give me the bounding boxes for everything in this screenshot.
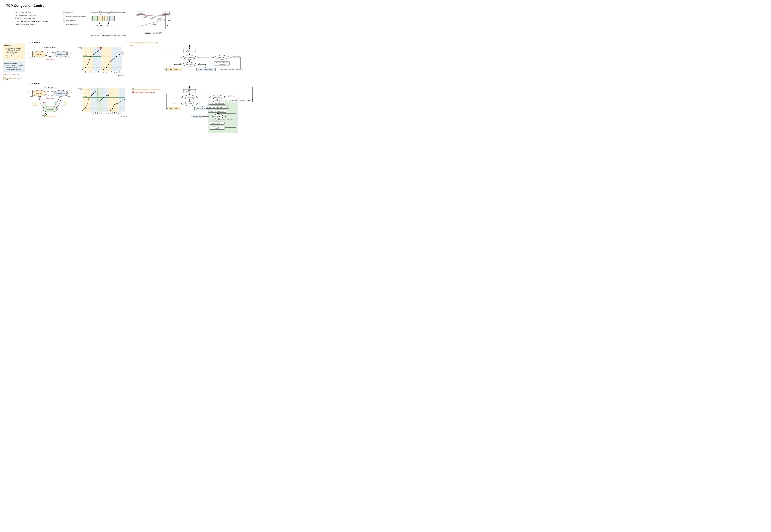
svg-text:Send new segment if: Send new segment if bbox=[212, 126, 223, 128]
svg-point-115 bbox=[116, 56, 117, 57]
svg-rect-5 bbox=[92, 16, 94, 21]
tahoe-chart-legend: ✕ 3 duplicate ACKs (Minor congestion sig… bbox=[129, 41, 158, 47]
svg-text:NewACK: NewACK bbox=[54, 102, 57, 104]
page-title: TCP Congestion Control bbox=[6, 4, 238, 8]
svg-text:[MSS]: [MSS] bbox=[78, 48, 82, 49]
svg-text:Addition duplicate ACK: Addition duplicate ACK bbox=[44, 116, 56, 117]
svg-text:Last Byte sent: Last Byte sent bbox=[105, 25, 112, 26]
svg-text:3 duplicate ACKs?: 3 duplicate ACKs? bbox=[217, 57, 227, 58]
svg-point-263 bbox=[112, 108, 113, 109]
svg-point-116 bbox=[119, 54, 120, 55]
svg-text:✕: ✕ bbox=[96, 88, 98, 90]
svg-text:Receive new ACK?: Receive new ACK? bbox=[213, 116, 222, 117]
svg-rect-178 bbox=[68, 90, 70, 96]
svg-text:unacknowledged segement: unacknowledged segement bbox=[211, 103, 224, 104]
svg-text:SSThres = ∞: SSThres = ∞ bbox=[186, 51, 193, 53]
definitions: RRT = Round Trip Time MSS = Maximum Segm… bbox=[15, 11, 55, 26]
svg-text:CWnd = 1: CWnd = 1 bbox=[187, 49, 192, 51]
svg-text:[MSS]: [MSS] bbox=[78, 89, 82, 90]
svg-text:CWnd := CWnd + 1/CWnd: CWnd := CWnd + 1/CWnd bbox=[199, 69, 213, 70]
svg-point-105 bbox=[90, 56, 91, 57]
svg-text:Receive new ACK?: Receive new ACK? bbox=[185, 57, 195, 58]
svg-point-111 bbox=[106, 67, 107, 68]
reno-chart: 24681012SSThres1234567891011121314151617… bbox=[77, 86, 126, 117]
svg-text:CWnd: CWnd bbox=[78, 88, 82, 89]
svg-text:7: 7 bbox=[98, 72, 99, 73]
svg-point-264 bbox=[114, 104, 115, 105]
svg-text:5: 5 bbox=[91, 113, 91, 114]
svg-text:Receiver: Receiver bbox=[163, 12, 168, 14]
svg-rect-10 bbox=[101, 16, 102, 21]
svg-text:Loss:Timeout: Loss:Timeout bbox=[43, 102, 47, 105]
svg-rect-17 bbox=[113, 16, 114, 21]
svg-text:ACKs: ACKs bbox=[152, 24, 155, 25]
svg-text:✕: ✕ bbox=[107, 93, 109, 96]
svg-text:N (⇒ additional duplicate ACK): N (⇒ additional duplicate ACK) bbox=[218, 119, 234, 120]
rtt-illustration: Sender Receiver CWnd bytes ACKs RTT Data… bbox=[135, 11, 171, 34]
svg-point-269 bbox=[124, 99, 125, 100]
svg-rect-43 bbox=[30, 51, 33, 57]
svg-point-267 bbox=[120, 101, 121, 101]
svg-text:CWnd := SSThresh + 3MSS: CWnd := SSThresh + 3MSS bbox=[210, 110, 224, 112]
datarate-formula: DataRate = CWnd / RTT bbox=[135, 32, 171, 34]
svg-text:CWnd := CWnd ∗ 2: CWnd := CWnd ∗ 2 bbox=[169, 108, 179, 109]
svg-rect-7 bbox=[96, 16, 97, 21]
svg-text:15: 15 bbox=[119, 72, 120, 73]
svg-point-262 bbox=[110, 110, 111, 111]
tahoe-flowchart: CWnd = 1 SSThres = ∞ Receive new ACK? Y … bbox=[163, 45, 244, 75]
svg-rect-183 bbox=[91, 88, 98, 112]
svg-text:16: 16 bbox=[121, 72, 122, 73]
svg-rect-187 bbox=[119, 88, 125, 112]
svg-text:N: N bbox=[180, 63, 181, 64]
svg-rect-48 bbox=[93, 47, 101, 71]
svg-text:Slow start: Slow start bbox=[36, 54, 42, 55]
svg-text:N: N bbox=[179, 102, 180, 104]
svg-text:17: 17 bbox=[116, 113, 117, 114]
svg-text:14: 14 bbox=[110, 113, 111, 114]
svg-rect-11 bbox=[103, 16, 104, 21]
svg-point-265 bbox=[116, 103, 117, 104]
svg-text:CWnd ≥ SSThres?: CWnd ≥ SSThres? bbox=[185, 103, 194, 105]
svg-text:Loss:3 duplicateACKs: Loss:3 duplicateACKs bbox=[32, 102, 38, 106]
svg-text:Congestion control: Congestion control bbox=[55, 93, 67, 94]
svg-text:+3MSS: +3MSS bbox=[100, 99, 104, 100]
svg-text:7: 7 bbox=[95, 113, 96, 114]
svg-text:Fast recovery: Fast recovery bbox=[229, 131, 236, 132]
svg-text:2: 2 bbox=[85, 72, 86, 73]
svg-text:lost segment: lost segment bbox=[219, 64, 225, 65]
svg-text:Sender: Sender bbox=[139, 12, 143, 14]
svg-text:SSThresh := max( FlightSize/2 : SSThresh := max( FlightSize/2 , 2 ∗ MSS) bbox=[230, 100, 251, 101]
svg-text:12: 12 bbox=[111, 72, 112, 73]
svg-text:or: or bbox=[100, 47, 101, 48]
svg-text:CWnd bytes: CWnd bytes bbox=[154, 16, 160, 18]
svg-point-114 bbox=[114, 58, 114, 59]
svg-text:N (⇒ Time out): N (⇒ Time out) bbox=[227, 95, 235, 97]
svg-text:Y: Y bbox=[199, 102, 200, 104]
svg-text:Loss:3 duplicateACKs: Loss:3 duplicateACKs bbox=[62, 102, 68, 106]
svg-text:9: 9 bbox=[103, 72, 104, 73]
svg-rect-14 bbox=[108, 16, 109, 21]
svg-text:CWnd := CWnd + 1: CWnd := CWnd + 1 bbox=[212, 122, 222, 124]
svg-rect-9 bbox=[99, 16, 101, 21]
svg-rect-18 bbox=[114, 16, 116, 21]
svg-point-104 bbox=[88, 63, 88, 64]
svg-text:Congestion control: Congestion control bbox=[55, 54, 67, 55]
svg-text:CWnd := CWnd ∗ 2: CWnd := CWnd ∗ 2 bbox=[169, 69, 179, 70]
slow-start-note: Slow start Double CWnd every RRT until l… bbox=[3, 43, 25, 81]
svg-text:RTT: RTT bbox=[168, 20, 171, 22]
svg-text:10: 10 bbox=[81, 52, 82, 53]
tahoe-state-machine: CWnd ≥ SSThres Slow start Congestion con… bbox=[29, 45, 72, 65]
svg-text:16: 16 bbox=[114, 113, 115, 114]
svg-point-107 bbox=[95, 52, 96, 53]
svg-text:Loss: Timeout: Loss: Timeout bbox=[46, 59, 54, 60]
svg-text:9: 9 bbox=[99, 113, 100, 114]
svg-point-254 bbox=[93, 93, 94, 94]
svg-point-268 bbox=[122, 100, 123, 100]
svg-text:8: 8 bbox=[101, 72, 101, 73]
svg-rect-6 bbox=[94, 16, 96, 21]
svg-text:10: 10 bbox=[101, 113, 102, 114]
svg-text:✕: ✕ bbox=[97, 47, 99, 49]
svg-text:18: 18 bbox=[118, 113, 119, 114]
svg-rect-186 bbox=[108, 88, 119, 112]
svg-text:SSThresh := max( FlightSize/2 : SSThresh := max( FlightSize/2 , 2 ∗ MSS) bbox=[219, 69, 240, 70]
